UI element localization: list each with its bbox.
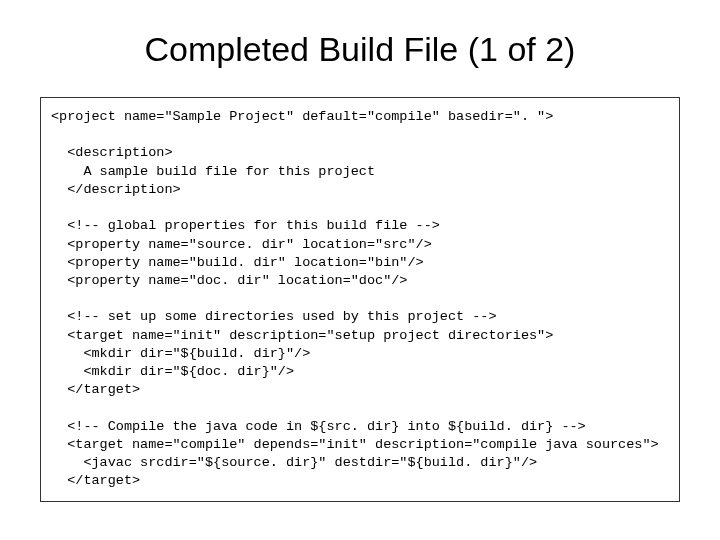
page-title: Completed Build File (1 of 2) [40,30,680,69]
code-block: <project name="Sample Project" default="… [40,97,680,502]
code-content: <project name="Sample Project" default="… [51,108,669,491]
slide: Completed Build File (1 of 2) <project n… [0,0,720,540]
